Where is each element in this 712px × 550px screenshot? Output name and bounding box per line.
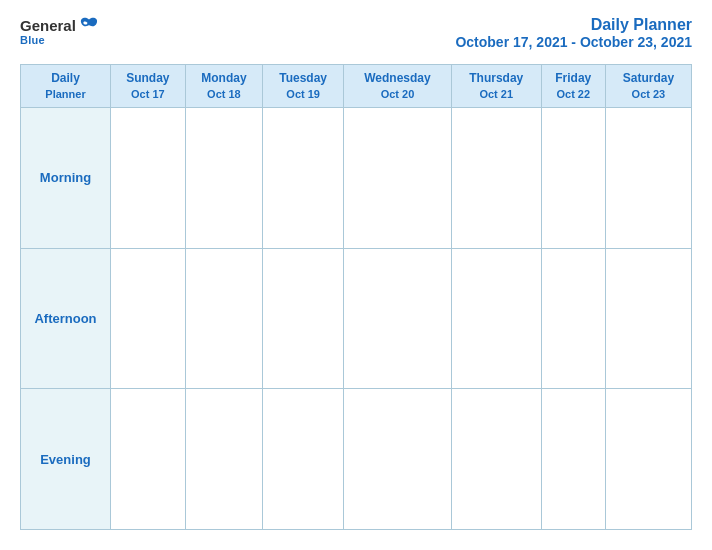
planner-date-range: October 17, 2021 - October 23, 2021 bbox=[455, 34, 692, 50]
evening-thursday-cell[interactable] bbox=[451, 389, 541, 530]
friday-date: Oct 22 bbox=[546, 87, 601, 101]
morning-monday-cell[interactable] bbox=[185, 107, 263, 248]
morning-thursday-cell[interactable] bbox=[451, 107, 541, 248]
morning-label: Morning bbox=[21, 107, 111, 248]
morning-tuesday-cell[interactable] bbox=[263, 107, 344, 248]
logo-area: General Blue bbox=[20, 16, 100, 46]
evening-wednesday-cell[interactable] bbox=[344, 389, 452, 530]
morning-sunday-cell[interactable] bbox=[111, 107, 186, 248]
afternoon-row: Afternoon bbox=[21, 248, 692, 389]
header-monday: Monday Oct 18 bbox=[185, 65, 263, 108]
planner-table: Daily Planner Sunday Oct 17 Monday Oct 1… bbox=[20, 64, 692, 530]
wednesday-name: Wednesday bbox=[348, 71, 447, 87]
wednesday-date: Oct 20 bbox=[348, 87, 447, 101]
logo-blue-text: Blue bbox=[20, 34, 45, 46]
morning-row: Morning bbox=[21, 107, 692, 248]
header-thursday: Thursday Oct 21 bbox=[451, 65, 541, 108]
header-sunday: Sunday Oct 17 bbox=[111, 65, 186, 108]
logo-bird-icon bbox=[78, 16, 100, 34]
saturday-name: Saturday bbox=[610, 71, 687, 87]
title-area: Daily Planner October 17, 2021 - October… bbox=[455, 16, 692, 50]
saturday-date: Oct 23 bbox=[610, 87, 687, 101]
header-label-line2: Planner bbox=[25, 87, 106, 101]
monday-date: Oct 18 bbox=[190, 87, 259, 101]
afternoon-friday-cell[interactable] bbox=[541, 248, 605, 389]
thursday-name: Thursday bbox=[456, 71, 537, 87]
monday-name: Monday bbox=[190, 71, 259, 87]
header-tuesday: Tuesday Oct 19 bbox=[263, 65, 344, 108]
evening-sunday-cell[interactable] bbox=[111, 389, 186, 530]
afternoon-monday-cell[interactable] bbox=[185, 248, 263, 389]
logo-text: General bbox=[20, 17, 76, 34]
evening-row: Evening bbox=[21, 389, 692, 530]
planner-title: Daily Planner bbox=[455, 16, 692, 34]
header-saturday: Saturday Oct 23 bbox=[605, 65, 691, 108]
morning-wednesday-cell[interactable] bbox=[344, 107, 452, 248]
header-wednesday: Wednesday Oct 20 bbox=[344, 65, 452, 108]
tuesday-date: Oct 19 bbox=[267, 87, 339, 101]
sunday-date: Oct 17 bbox=[115, 87, 181, 101]
header-friday: Friday Oct 22 bbox=[541, 65, 605, 108]
afternoon-thursday-cell[interactable] bbox=[451, 248, 541, 389]
evening-friday-cell[interactable] bbox=[541, 389, 605, 530]
morning-friday-cell[interactable] bbox=[541, 107, 605, 248]
sunday-name: Sunday bbox=[115, 71, 181, 87]
evening-saturday-cell[interactable] bbox=[605, 389, 691, 530]
afternoon-tuesday-cell[interactable] bbox=[263, 248, 344, 389]
friday-name: Friday bbox=[546, 71, 601, 87]
evening-tuesday-cell[interactable] bbox=[263, 389, 344, 530]
header-label-line1: Daily bbox=[25, 71, 106, 87]
afternoon-label: Afternoon bbox=[21, 248, 111, 389]
thursday-date: Oct 21 bbox=[456, 87, 537, 101]
tuesday-name: Tuesday bbox=[267, 71, 339, 87]
page-header: General Blue Daily Planner October 17, 2… bbox=[20, 16, 692, 50]
table-header-row: Daily Planner Sunday Oct 17 Monday Oct 1… bbox=[21, 65, 692, 108]
afternoon-wednesday-cell[interactable] bbox=[344, 248, 452, 389]
afternoon-sunday-cell[interactable] bbox=[111, 248, 186, 389]
header-label-cell: Daily Planner bbox=[21, 65, 111, 108]
morning-saturday-cell[interactable] bbox=[605, 107, 691, 248]
evening-monday-cell[interactable] bbox=[185, 389, 263, 530]
evening-label: Evening bbox=[21, 389, 111, 530]
afternoon-saturday-cell[interactable] bbox=[605, 248, 691, 389]
